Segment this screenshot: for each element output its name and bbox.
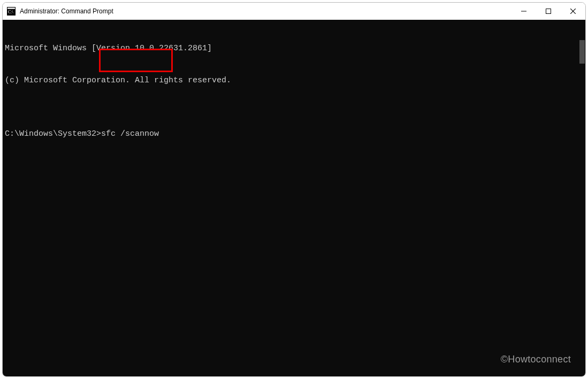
terminal-output-line: (c) Microsoft Corporation. All rights re… <box>5 75 583 86</box>
terminal-command[interactable]: sfc /scannow <box>101 129 159 140</box>
app-window: C:\ Administrator: Command Prompt Micros… <box>2 2 586 377</box>
cmd-icon: C:\ <box>7 7 16 16</box>
window-title: Administrator: Command Prompt <box>20 7 113 15</box>
scrollbar-thumb[interactable] <box>579 40 585 64</box>
maximize-button[interactable] <box>536 3 561 20</box>
minimize-button[interactable] <box>511 3 536 20</box>
svg-rect-1 <box>7 7 15 9</box>
terminal-prompt: C:\Windows\System32> <box>5 129 101 140</box>
titlebar[interactable]: C:\ Administrator: Command Prompt <box>3 3 585 20</box>
close-button[interactable] <box>561 3 585 20</box>
terminal-prompt-row: C:\Windows\System32>sfc /scannow <box>5 129 583 140</box>
svg-rect-4 <box>546 9 551 14</box>
terminal-output-line: Microsoft Windows [Version 10.0.22631.28… <box>5 43 583 54</box>
watermark-text: ©Howtoconnect <box>501 354 571 365</box>
terminal-area[interactable]: Microsoft Windows [Version 10.0.22631.28… <box>3 20 585 376</box>
svg-text:C:\: C:\ <box>8 10 14 14</box>
window-controls <box>511 3 585 20</box>
